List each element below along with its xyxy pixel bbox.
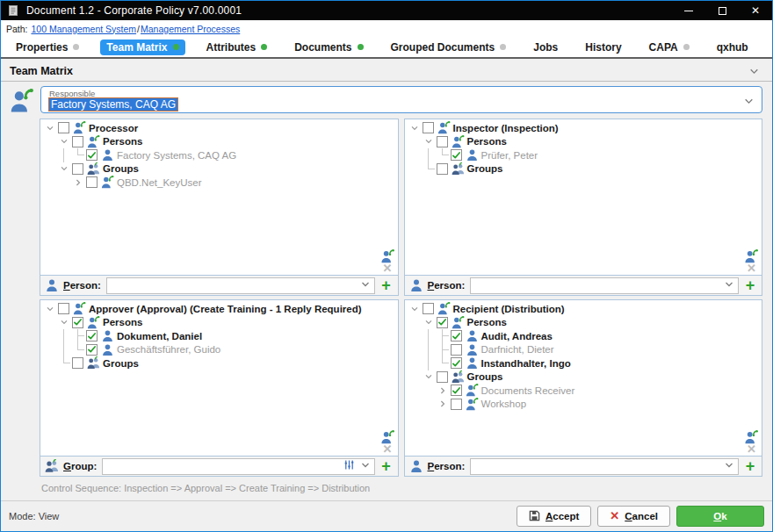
tree-node[interactable]: Persons <box>43 135 396 149</box>
filter-sliders-icon[interactable] <box>343 458 355 474</box>
expander-open-icon[interactable] <box>408 302 422 316</box>
overflow-menu-icon[interactable]: ⋮ <box>769 40 773 54</box>
tree-node[interactable]: Persons <box>408 316 761 330</box>
tree-node[interactable]: QBD.Net_KeyUser <box>43 176 396 190</box>
expander-open-icon[interactable] <box>57 135 71 149</box>
group-combobox[interactable] <box>102 458 374 475</box>
checkbox-unchecked-icon[interactable] <box>58 303 69 314</box>
person-combobox[interactable] <box>106 277 375 294</box>
checkbox-unchecked-icon[interactable] <box>437 371 448 383</box>
tab-team-matrix[interactable]: Team Matrix <box>100 40 184 55</box>
person-combobox[interactable] <box>470 458 739 475</box>
checkbox-unchecked-icon[interactable] <box>423 303 434 314</box>
tree-node[interactable]: Processor <box>43 121 396 135</box>
checkbox-unchecked-icon[interactable] <box>72 136 83 147</box>
expander-open-icon[interactable] <box>57 162 71 176</box>
tab-history[interactable]: History <box>579 40 627 55</box>
cancel-button[interactable]: ✕ Cancel <box>597 506 670 527</box>
responsible-combobox[interactable]: Responsible Factory Systems, CAQ AG <box>40 86 762 113</box>
minimize-icon[interactable] <box>672 1 705 20</box>
tree-node[interactable]: Inspector (Inspection) <box>408 121 761 135</box>
checkbox-unchecked-icon[interactable] <box>437 163 448 175</box>
checkbox-checked-icon[interactable] <box>451 330 462 341</box>
tree-node[interactable]: Groups <box>408 370 761 385</box>
add-plus-icon[interactable]: + <box>378 458 395 475</box>
maximize-icon[interactable] <box>705 1 739 20</box>
tree-node[interactable]: Prüfer, Peter <box>408 148 761 162</box>
tab-qxhub[interactable]: qxhub <box>711 40 755 55</box>
person-combobox[interactable] <box>470 277 739 294</box>
remove-x-icon[interactable]: ✕ <box>747 444 756 455</box>
checkbox-checked-icon[interactable] <box>451 385 462 396</box>
tab-capa[interactable]: CAPA <box>643 40 696 55</box>
remove-x-icon[interactable]: ✕ <box>747 263 756 274</box>
section-collapse-chevron-icon[interactable] <box>748 65 760 77</box>
expander-closed-icon[interactable] <box>436 398 450 412</box>
expander-open-icon[interactable] <box>422 135 436 149</box>
tree-node[interactable]: Darfnicht, Dieter <box>408 343 761 357</box>
add-plus-icon[interactable]: + <box>378 277 395 294</box>
tab-status-dot <box>261 44 267 50</box>
checkbox-checked-icon[interactable] <box>72 317 83 328</box>
tree-node[interactable]: Groups <box>43 162 396 176</box>
ok-button-label: Ok <box>713 511 726 521</box>
tab-documents[interactable]: Documents <box>288 40 369 55</box>
tab-attributes[interactable]: Attributes <box>200 40 274 55</box>
tree-node[interactable]: Approver (Approval) (Create Training - 1… <box>43 302 396 316</box>
expander-open-icon[interactable] <box>422 370 436 385</box>
checkbox-checked-icon[interactable] <box>437 317 448 328</box>
checkbox-checked-icon[interactable] <box>86 149 98 161</box>
expander-open-icon[interactable] <box>408 121 422 135</box>
expander-closed-icon[interactable] <box>71 176 85 190</box>
checkbox-unchecked-icon[interactable] <box>437 136 448 147</box>
person-icon <box>465 343 480 356</box>
tab-jobs[interactable]: Jobs <box>527 40 564 55</box>
tree-node[interactable]: Instandhalter, Ingo <box>408 356 761 370</box>
path-link-management-processes[interactable]: Management Processes <box>141 24 240 34</box>
person-field-label: Person: <box>428 280 466 291</box>
expander-open-icon[interactable] <box>422 316 436 330</box>
path-link-management-system[interactable]: 100 Management System <box>31 24 136 34</box>
checkbox-checked-icon[interactable] <box>451 149 462 161</box>
add-plus-icon[interactable]: + <box>741 458 759 475</box>
tree-node[interactable]: Dokument, Daniel <box>43 329 396 343</box>
checkbox-unchecked-icon[interactable] <box>72 163 83 175</box>
ok-button[interactable]: Ok <box>676 506 764 527</box>
remove-x-icon[interactable]: ✕ <box>383 263 393 274</box>
tree-node[interactable]: Geschäftsführer, Guido <box>43 343 396 357</box>
tree-node[interactable]: Groups <box>43 356 396 370</box>
remove-x-icon[interactable]: ✕ <box>383 444 393 455</box>
tree-node[interactable]: Recipient (Distribution) <box>408 302 761 316</box>
tree-node[interactable]: Workshop <box>408 398 761 412</box>
expander-closed-icon[interactable] <box>436 384 450 398</box>
tree-node[interactable]: Audit, Andreas <box>408 329 761 343</box>
checkbox-unchecked-icon[interactable] <box>58 122 69 133</box>
chevron-down-icon[interactable] <box>724 277 734 293</box>
checkbox-unchecked-icon[interactable] <box>423 122 434 133</box>
tree-node[interactable]: Groups <box>408 162 761 176</box>
checkbox-checked-icon[interactable] <box>451 357 462 369</box>
checkbox-unchecked-icon[interactable] <box>86 176 98 188</box>
close-icon[interactable]: ✕ <box>739 1 772 20</box>
chevron-down-icon[interactable] <box>724 458 734 474</box>
tree-node[interactable]: Factory Systems, CAQ AG <box>43 148 396 162</box>
expander-open-icon[interactable] <box>57 316 71 330</box>
checkbox-unchecked-icon[interactable] <box>451 344 462 356</box>
tree-node[interactable]: Persons <box>43 316 396 330</box>
chevron-down-icon[interactable] <box>360 277 371 293</box>
add-plus-icon[interactable]: + <box>741 277 759 294</box>
expander-open-icon[interactable] <box>43 302 57 316</box>
checkbox-unchecked-icon[interactable] <box>451 399 462 410</box>
checkbox-unchecked-icon[interactable] <box>72 357 83 369</box>
tree-node[interactable]: Documents Receiver <box>408 384 761 398</box>
checkbox-checked-icon[interactable] <box>86 330 98 341</box>
tab-properties[interactable]: Properties <box>10 40 85 55</box>
chevron-down-icon[interactable] <box>743 95 755 111</box>
expander-open-icon[interactable] <box>43 121 57 135</box>
accept-button[interactable]: Accept <box>517 506 591 527</box>
role-person-icon <box>451 316 466 329</box>
tree-node[interactable]: Persons <box>408 135 761 149</box>
tab-grouped-documents[interactable]: Grouped Documents <box>385 40 513 55</box>
chevron-down-icon[interactable] <box>360 458 371 474</box>
checkbox-checked-icon[interactable] <box>86 344 98 356</box>
